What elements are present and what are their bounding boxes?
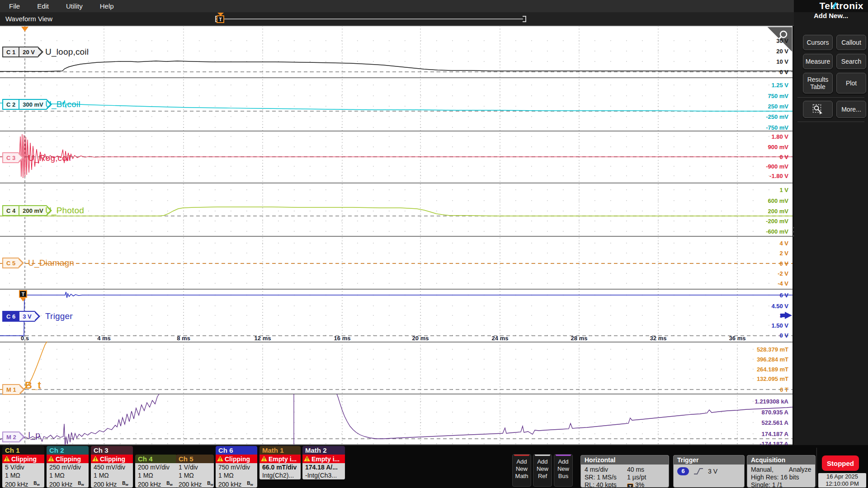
bottom-channel-badge-ch5[interactable]: Ch 51 V/div1 MΩ200 kHzBw [176,455,214,488]
channel-badge-body: 1 V/div1 MΩ200 kHzBw [176,463,214,488]
waveform-plot-area[interactable]: T30 V20 V10 V0 VC 120 VU_loop,coil1.25 V… [0,26,793,445]
sidebar-button-measure[interactable]: Measure [803,54,833,69]
channel-setting-row: 200 kHzBw [216,479,257,488]
sidebar-button-results-table[interactable]: Results Table [803,73,833,94]
sidebar-button-cursors[interactable]: Cursors [803,35,833,50]
menu-edit[interactable]: Edit [37,2,49,10]
trace-ch4 [0,207,793,216]
acquisition-count: Single: 1 /1 [751,481,811,488]
menu-help[interactable]: Help [100,2,114,10]
bottom-channel-badge-ch2[interactable]: Ch 2Clipping250 mV/div1 MΩ200 kHzBw [47,446,89,488]
axis-label-ch5: -4 V [778,280,788,287]
bottom-channel-badge-math2[interactable]: Math 2Empty i...174.18 A/...-Intg(Ch3... [302,446,345,479]
time-axis-label: 4 ms [97,335,111,342]
channel-badge-ch3[interactable]: C 3 [2,152,24,163]
sidebar-button-plot[interactable]: Plot [836,73,866,94]
channel-setting-row: 1 MΩ [135,471,177,479]
badge-segment: 20 V [19,47,38,57]
add-new-math-button[interactable]: AddNewMath [512,454,531,487]
bottom-channel-badge-ch1[interactable]: Ch 1Clipping5 V/div1 MΩ200 kHzBw [2,446,44,488]
channel-badge-math2[interactable]: M 2 [2,432,25,442]
time-axis-label: 12 ms [255,335,271,342]
sidebar-button-callout[interactable]: Callout [836,35,866,50]
channel-name-ch6: Trigger [45,311,73,321]
bottom-channel-badge-ch4[interactable]: Ch 4200 mV/div1 MΩ200 kHzBw [135,455,177,488]
bottom-channel-badge-ch3[interactable]: Ch 3Clipping450 mV/div1 MΩ200 kHzBw [91,446,133,488]
channel-badge-ch1[interactable]: C 120 V [2,47,43,57]
channel-setting-row: 200 kHzBw [47,479,89,488]
bandwidth-limit-icon: Bw [78,481,84,486]
axis-label-ch3: -900 mV [766,163,788,170]
channel-setting-row: 5 V/div [2,463,44,471]
menu-file[interactable]: File [9,2,20,10]
run-stop-status[interactable]: Stopped [822,455,859,471]
bottom-bar-divider [816,448,817,486]
clipping-warning: Clipping [2,455,44,463]
pan-marker-arrow[interactable] [217,13,224,16]
channel-setting-row: 1 MΩ [47,471,89,479]
channel-setting-row: 200 kHzBw [91,479,133,488]
bottom-channel-badge-math1[interactable]: Math 1Empty i...66.0 mT/divIntg(Ch2)... [259,446,301,479]
axis-label-ch3: 0 V [779,154,788,160]
waveform-canvas: T [0,26,793,445]
acquisition-panel[interactable]: Acquisition Manual,Analyze High Res: 16 … [747,455,816,488]
menu-utility[interactable]: Utility [66,2,83,10]
channel-badge-math1[interactable]: M 1 [2,384,25,395]
time-axis-label: 20 ms [412,335,429,342]
trace-ch1 [0,61,793,71]
channel-badge-ch5[interactable]: C 5 [2,258,24,268]
clipping-warning: Empty i... [302,455,345,463]
axis-label-ch5: 2 V [779,250,788,257]
channel-badge-ch4[interactable]: C 4200 mV [2,205,52,216]
channel-setting-row: -Intg(Ch3... [302,471,345,479]
axis-label-ch4: -600 mV [766,228,788,235]
sidebar-button-search[interactable]: Search [836,54,866,69]
channel-badge-title: Ch 3 [91,446,133,455]
acquisition-panel-title: Acquisition [747,455,815,465]
badge-segment: M 2 [2,432,19,442]
add-new-ref-button[interactable]: AddNewRef [533,454,552,487]
badge-segment: C 4 [2,205,19,216]
button-accent-stripe [556,455,571,456]
menu-bar: FileEditUtilityHelp [0,0,794,12]
warning-icon [217,456,223,462]
clipping-warning: Clipping [216,455,257,463]
channel-badge-body: 5 V/div1 MΩ200 kHzBw [2,463,44,488]
channel-setting-row: Intg(Ch2)... [259,471,301,479]
channel-badge-body: 750 mV/div1 MΩ200 kHzBw [216,463,257,488]
channel-badge-ch2[interactable]: C 2300 mV [2,99,52,110]
channel-badge-title: Ch 1 [2,446,44,455]
sidebar-button-more[interactable]: More... [836,101,866,118]
sidebar-button-zoom-select[interactable] [803,101,833,118]
axis-label-ch2: 750 mV [768,93,788,99]
tektronix-logo: Tektronix [820,0,863,11]
add-new-bus-button[interactable]: AddNewBus [554,454,573,487]
channel-setting-row: 1 V/div [176,463,214,471]
channel-setting-row: 200 kHzBw [176,479,214,488]
channel-badge-title: Math 2 [302,446,345,455]
trigger-level: 3 V [708,468,717,475]
horizontal-panel[interactable]: Horizontal 4 ms/div 40 ms SR: 1 MS/s 1 µ… [580,455,669,488]
time-axis-label: 24 ms [492,335,509,342]
axis-label-ch1: 20 V [776,48,788,55]
axis-label-ch4: 200 mV [768,208,788,215]
channel-setting-row: 1 MΩ [2,471,44,479]
channel-badge-ch6[interactable]: C 63 V [2,311,40,322]
axis-label-ch2: -750 mV [766,124,788,131]
bandwidth-limit-icon: Bw [166,481,172,486]
badge-segment: C 2 [2,99,19,110]
bottom-channel-badge-ch6[interactable]: Ch 6Clipping750 mV/div1 MΩ200 kHzBw [216,446,257,488]
expansion-point-marker[interactable] [21,27,28,32]
horizontal-position-bar[interactable]: T [0,12,794,26]
axis-label-ch4: 600 mV [768,197,788,204]
trigger-panel[interactable]: Trigger 6 3 V [673,455,745,488]
badge-arrow-tip [19,384,25,395]
axis-label-ch3: 900 mV [768,144,788,150]
bandwidth-limit-icon: Bw [247,481,253,486]
badge-segment: C 6 [2,311,19,322]
badge-arrow-tip [19,152,24,163]
datetime-display: 16 Apr 2025 12:10:00 PM [818,473,866,488]
sample-rate: SR: 1 MS/s [585,474,627,481]
axis-label-ch2: 250 mV [768,103,788,110]
axis-label-ch5: 4 V [779,240,788,247]
